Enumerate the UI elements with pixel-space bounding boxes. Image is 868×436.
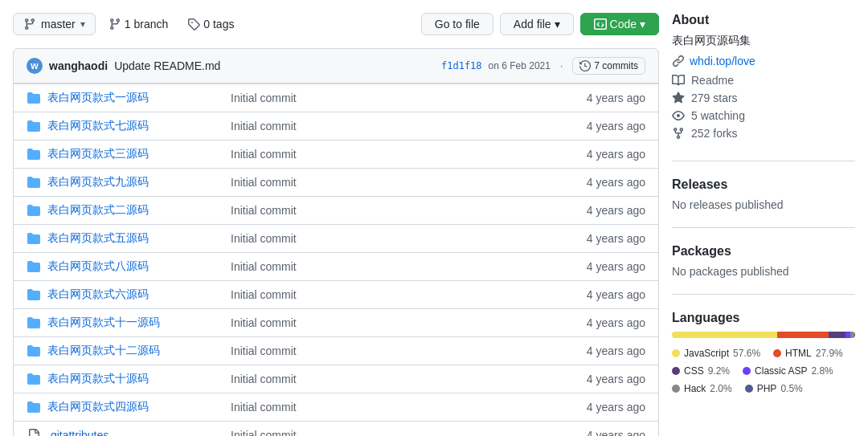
language-name: CSS <box>684 365 704 377</box>
file-name[interactable]: 表白网页款式九源码 <box>47 175 224 189</box>
language-segment <box>854 332 855 338</box>
folder-icon <box>27 344 41 358</box>
file-name[interactable]: 表白网页款式八源码 <box>47 259 224 274</box>
branch-name: master <box>41 18 76 31</box>
file-commit-message: Initial commit <box>231 148 534 161</box>
language-item[interactable]: JavaScript57.6% <box>672 348 760 359</box>
file-commit-message: Initial commit <box>231 260 534 273</box>
website-link-text: whdi.top/love <box>690 55 755 67</box>
table-row: 表白网页款式八源码Initial commit4 years ago <box>14 252 658 280</box>
stars-stat: 279 stars <box>672 92 855 104</box>
packages-section: Packages No packages published <box>672 244 855 295</box>
commit-hash[interactable]: f1d1f18 <box>441 60 482 71</box>
commit-author[interactable]: wanghaodi <box>49 59 108 72</box>
language-item[interactable]: Hack2.0% <box>672 383 732 394</box>
language-percent: 2.8% <box>811 365 833 377</box>
table-row: 表白网页款式五源码Initial commit4 years ago <box>14 224 658 252</box>
file-name[interactable]: 表白网页款式二源码 <box>47 203 224 218</box>
commit-bar: w wanghaodi Update README.md f1d1f18 on … <box>13 48 659 84</box>
file-name[interactable]: 表白网页款式三源码 <box>47 147 224 161</box>
fork-icon <box>672 127 685 140</box>
language-name: Classic ASP <box>755 365 807 377</box>
language-name: Hack <box>684 383 706 394</box>
language-item[interactable]: HTML27.9% <box>773 348 843 359</box>
commits-count-text: 7 commits <box>594 60 638 71</box>
language-percent: 57.6% <box>733 348 760 359</box>
language-item[interactable]: Classic ASP2.8% <box>743 365 833 377</box>
folder-icon <box>27 175 41 189</box>
language-dot <box>672 385 680 393</box>
file-commit-message: Initial commit <box>231 176 534 189</box>
languages-title: Languages <box>672 311 855 325</box>
releases-title: Releases <box>672 177 855 192</box>
language-percent: 2.0% <box>710 383 731 394</box>
file-commit-message: Initial commit <box>231 288 534 301</box>
folder-icon <box>27 316 41 330</box>
file-name[interactable]: .gitattributes <box>47 429 224 436</box>
commits-count-link[interactable]: 7 commits <box>572 57 645 75</box>
commit-message: Update README.md <box>114 59 220 72</box>
watching-count[interactable]: 5 watching <box>691 109 745 122</box>
file-name[interactable]: 表白网页款式七源码 <box>47 119 224 133</box>
goto-file-button[interactable]: Go to file <box>421 13 493 35</box>
file-commit-message: Initial commit <box>231 92 534 104</box>
language-segment <box>672 332 777 338</box>
website-link[interactable]: whdi.top/love <box>672 55 855 67</box>
file-age: 4 years ago <box>541 344 645 357</box>
branch-selector[interactable]: master ▾ <box>13 13 96 35</box>
language-item[interactable]: PHP0.5% <box>745 383 803 394</box>
file-age: 4 years ago <box>541 316 645 329</box>
file-age: 4 years ago <box>541 401 645 414</box>
chevron-down-icon: ▾ <box>555 18 560 31</box>
file-commit-message: Initial commit <box>231 373 534 385</box>
file-commit-message: Initial commit <box>231 429 534 436</box>
tags-link[interactable]: 0 tags <box>181 14 240 35</box>
language-name: JavaScript <box>684 348 729 359</box>
folder-icon <box>27 119 41 133</box>
readme-stat: Readme <box>672 74 855 87</box>
file-commit-message: Initial commit <box>231 344 534 357</box>
code-button[interactable]: Code ▾ <box>580 13 659 35</box>
table-row: 表白网页款式四源码Initial commit4 years ago <box>14 393 658 421</box>
language-dot <box>743 367 751 375</box>
branches-link[interactable]: 1 branch <box>102 14 174 35</box>
star-icon <box>672 92 685 104</box>
table-row: 表白网页款式七源码Initial commit4 years ago <box>14 112 658 140</box>
file-name[interactable]: 表白网页款式一源码 <box>47 91 224 105</box>
file-name[interactable]: 表白网页款式六源码 <box>47 287 224 302</box>
stars-count[interactable]: 279 stars <box>691 92 738 104</box>
languages-section: Languages JavaScript57.6%HTML27.9%CSS9.2… <box>672 311 855 410</box>
table-row: 表白网页款式十一源码Initial commit4 years ago <box>14 308 658 336</box>
table-row: 表白网页款式二源码Initial commit4 years ago <box>14 196 658 224</box>
language-name: PHP <box>757 383 777 394</box>
file-name[interactable]: 表白网页款式五源码 <box>47 231 224 246</box>
file-commit-message: Initial commit <box>231 316 534 329</box>
file-icon <box>27 428 41 436</box>
folder-icon <box>27 259 41 274</box>
folder-icon <box>27 287 41 302</box>
language-dot <box>773 349 781 357</box>
file-name[interactable]: 表白网页款式十一源码 <box>47 316 224 330</box>
forks-count[interactable]: 252 forks <box>691 127 738 140</box>
file-age: 4 years ago <box>541 92 645 104</box>
about-desc: 表白网页源码集 <box>672 34 855 48</box>
file-commit-message: Initial commit <box>231 204 534 217</box>
language-item[interactable]: CSS9.2% <box>672 365 730 377</box>
file-age: 4 years ago <box>541 373 645 385</box>
language-name: HTML <box>785 348 812 359</box>
author-avatar: w <box>27 58 43 74</box>
table-row: 表白网页款式一源码Initial commit4 years ago <box>14 84 658 112</box>
table-row: .gitattributesInitial commit4 years ago <box>14 421 658 436</box>
folder-icon <box>27 203 41 218</box>
table-row: 表白网页款式三源码Initial commit4 years ago <box>14 140 658 168</box>
table-row: 表白网页款式九源码Initial commit4 years ago <box>14 168 658 196</box>
readme-label[interactable]: Readme <box>691 74 734 87</box>
add-file-button[interactable]: Add file ▾ <box>500 13 574 35</box>
tags-count: 0 tags <box>203 18 234 31</box>
language-dot <box>672 367 680 375</box>
file-name[interactable]: 表白网页款式四源码 <box>47 400 224 414</box>
releases-empty: No releases published <box>672 198 855 211</box>
file-name[interactable]: 表白网页款式十源码 <box>47 372 224 386</box>
file-age: 4 years ago <box>541 260 645 273</box>
file-name[interactable]: 表白网页款式十二源码 <box>47 344 224 358</box>
